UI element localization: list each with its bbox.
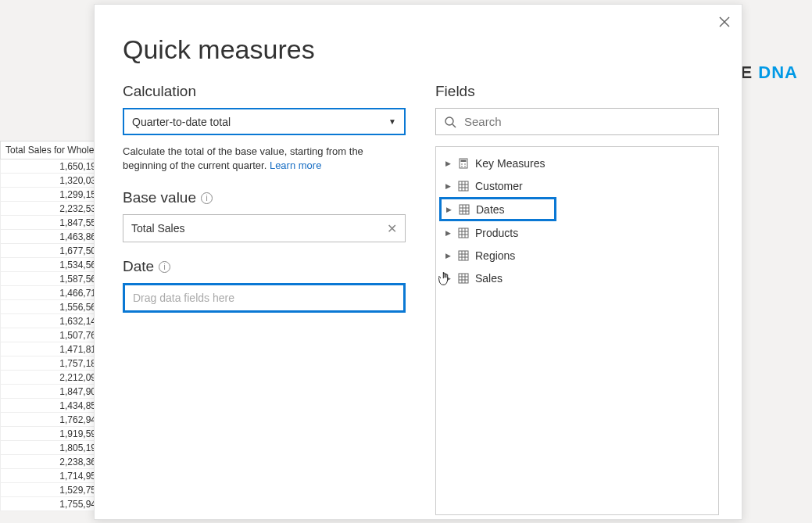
bg-table-cell: 1,534,56 (0, 258, 102, 272)
bg-table-cell: 1,805,19 (0, 441, 102, 455)
fields-search[interactable] (435, 108, 719, 135)
bg-table-cell: 1,677,50 (0, 244, 102, 258)
svg-point-8 (461, 166, 463, 167)
fields-label: Fields (435, 83, 719, 100)
calculation-dropdown[interactable]: Quarter-to-date total ▼ (123, 108, 406, 135)
bg-table-cell: 1,507,76 (0, 328, 102, 342)
brand-dna: DNA (753, 63, 798, 82)
expand-icon[interactable]: ▶ (445, 182, 452, 190)
bg-table-cell: 1,755,94 (0, 497, 102, 511)
quick-measures-dialog: Quick measures Calculation Quarter-to-da… (94, 4, 742, 520)
bg-table-cell: 1,762,94 (0, 413, 102, 427)
bg-table-cell: 1,556,56 (0, 300, 102, 314)
svg-point-7 (464, 163, 466, 165)
bg-table-cell: 1,299,15 (0, 188, 102, 202)
field-item-regions[interactable]: ▶Regions (436, 244, 718, 267)
calculator-icon (458, 158, 469, 169)
date-dropzone[interactable]: Drag data fields here (123, 283, 406, 313)
bg-table-cell: 1,529,75 (0, 483, 102, 497)
expand-icon[interactable]: ▶ (445, 159, 452, 167)
bg-table-cell: 2,232,53 (0, 202, 102, 216)
bg-table-cell: 1,632,14 (0, 314, 102, 328)
svg-rect-20 (459, 228, 468, 238)
svg-rect-5 (461, 159, 467, 162)
field-item-products[interactable]: ▶Products (436, 221, 718, 244)
bg-table-cell: 1,847,90 (0, 385, 102, 399)
expand-icon[interactable]: ▶ (445, 252, 452, 260)
info-icon[interactable]: i (201, 192, 213, 204)
date-label: Date i (123, 258, 406, 275)
base-value-label: Base value i (123, 189, 406, 206)
bg-table-cell: 2,238,36 (0, 455, 102, 469)
bg-table-cell: 1,471,81 (0, 342, 102, 356)
expand-icon[interactable]: ▶ (445, 229, 452, 237)
bg-table-cell: 1,466,71 (0, 286, 102, 300)
field-item-label: Dates (476, 203, 505, 216)
bg-table-cell: 2,212,09 (0, 371, 102, 385)
svg-rect-30 (459, 274, 468, 283)
clear-base-value-icon[interactable]: ✕ (387, 221, 397, 236)
svg-point-2 (445, 117, 453, 125)
info-icon[interactable]: i (159, 261, 170, 273)
bg-table-cell: 1,320,03 (0, 174, 102, 188)
base-value-label-text: Base value (123, 189, 196, 206)
svg-rect-15 (460, 205, 469, 214)
table-icon (459, 204, 470, 215)
bg-table-cell: 1,714,95 (0, 469, 102, 483)
bg-table-cell: 1,919,59 (0, 427, 102, 441)
calculation-help-text: Calculate the total of the base value, s… (123, 145, 406, 172)
bg-table-cell: 1,587,56 (0, 272, 102, 286)
base-value-field[interactable]: Total Sales ✕ (123, 214, 406, 242)
field-item-label: Key Measures (475, 157, 545, 170)
table-icon (458, 250, 469, 261)
field-item-label: Regions (475, 249, 515, 262)
table-icon (458, 181, 469, 192)
svg-rect-25 (459, 251, 468, 260)
bg-table-cell: 1,847,55 (0, 216, 102, 230)
bg-table-cell: 1,463,86 (0, 230, 102, 244)
bg-table-cell: 1,434,85 (0, 399, 102, 413)
help-text-body: Calculate the total of the base value, s… (123, 145, 363, 171)
field-item-sales[interactable]: ▶Sales (436, 267, 718, 289)
close-icon (719, 16, 730, 27)
calculation-selected: Quarter-to-date total (132, 116, 231, 128)
expand-icon[interactable]: ▶ (445, 274, 452, 282)
field-item-label: Customer (475, 180, 523, 192)
field-item-key-measures[interactable]: ▶Key Measures (436, 152, 718, 174)
fields-tree: ▶Key Measures▶Customer▶Dates▶Products▶Re… (435, 146, 719, 515)
date-placeholder: Drag data fields here (133, 292, 234, 304)
field-item-label: Sales (475, 272, 503, 285)
calculation-label: Calculation (123, 83, 406, 100)
svg-point-6 (461, 163, 463, 165)
bg-table-cell: 1,650,19 (0, 159, 102, 174)
svg-rect-10 (459, 181, 468, 191)
date-label-text: Date (123, 258, 154, 275)
close-button[interactable] (715, 13, 734, 31)
search-icon (444, 116, 456, 128)
background-table: Total Sales for Whole 1,650,191,320,031,… (0, 141, 102, 511)
bg-table-header: Total Sales for Whole (0, 141, 102, 159)
base-value-chip: Total Sales (131, 222, 184, 235)
bg-table-cell: 1,757,18 (0, 356, 102, 371)
expand-icon[interactable]: ▶ (446, 206, 453, 213)
learn-more-link[interactable]: Learn more (270, 159, 321, 171)
field-item-dates[interactable]: ▶Dates (439, 197, 556, 221)
table-icon (458, 273, 469, 284)
field-item-customer[interactable]: ▶Customer (436, 174, 718, 197)
table-icon (458, 227, 469, 238)
chevron-down-icon: ▼ (388, 117, 396, 126)
search-input[interactable] (464, 115, 710, 128)
svg-point-9 (464, 166, 466, 167)
field-item-label: Products (475, 227, 518, 239)
dialog-title: Quick measures (123, 34, 315, 65)
svg-line-3 (453, 124, 456, 127)
